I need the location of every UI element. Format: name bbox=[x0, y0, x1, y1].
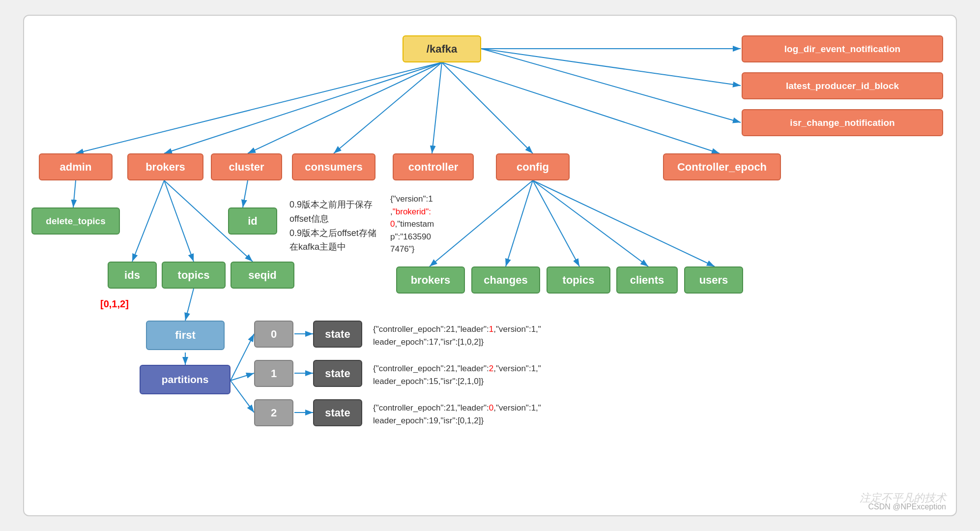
node-config-users: users bbox=[684, 266, 743, 294]
svg-line-26 bbox=[533, 180, 579, 266]
node-part1: 1 bbox=[254, 360, 293, 387]
csdn-label: CSDN @NPException bbox=[868, 502, 946, 511]
svg-line-19 bbox=[231, 373, 254, 381]
node-first: first bbox=[146, 321, 225, 350]
node-brokers: brokers bbox=[127, 153, 203, 180]
svg-line-25 bbox=[506, 180, 533, 266]
node-state2: state bbox=[313, 399, 362, 426]
json-state0: {"controller_epoch":21,"leader":1,"versi… bbox=[373, 323, 541, 348]
ids-value: [0,1,2] bbox=[100, 298, 129, 310]
node-admin: admin bbox=[39, 153, 113, 180]
svg-line-20 bbox=[231, 381, 254, 413]
node-cluster: cluster bbox=[211, 153, 282, 180]
svg-line-5 bbox=[164, 62, 442, 153]
node-state0: state bbox=[313, 321, 362, 348]
svg-line-2 bbox=[481, 49, 741, 86]
node-controller-epoch: Controller_epoch bbox=[663, 153, 781, 180]
node-consumers: consumers bbox=[292, 153, 375, 180]
node-seqid: seqid bbox=[231, 262, 294, 289]
svg-line-16 bbox=[185, 289, 194, 321]
node-part0: 0 bbox=[254, 321, 293, 348]
svg-line-13 bbox=[164, 180, 194, 262]
node-config-brokers: brokers bbox=[396, 266, 465, 294]
svg-line-4 bbox=[76, 62, 442, 153]
diagram-container: /kafka log_dir_event_notification latest… bbox=[23, 15, 957, 516]
svg-line-18 bbox=[231, 334, 254, 381]
node-topics-brokers: topics bbox=[162, 262, 226, 289]
node-config-topics: topics bbox=[547, 266, 610, 294]
node-delete-topics: delete_topics bbox=[31, 207, 120, 235]
svg-line-27 bbox=[533, 180, 648, 266]
node-latest-producer: latest_producer_id_block bbox=[742, 72, 943, 99]
node-part2: 2 bbox=[254, 399, 293, 426]
svg-line-28 bbox=[533, 180, 715, 266]
svg-line-3 bbox=[481, 49, 741, 122]
node-cluster-id: id bbox=[228, 207, 277, 235]
node-config: config bbox=[496, 153, 570, 180]
consumer-note: 0.9版本之前用于保存offset信息0.9版本之后offset存储在kafka… bbox=[289, 198, 376, 254]
node-ids: ids bbox=[108, 262, 157, 289]
controller-data: {"version":1,"brokerid":0,"timestamp":"1… bbox=[390, 193, 434, 256]
node-kafka: /kafka bbox=[403, 35, 481, 62]
svg-line-15 bbox=[243, 180, 248, 207]
svg-line-11 bbox=[73, 180, 76, 207]
node-partitions: partitions bbox=[140, 365, 231, 394]
node-log-dir: log_dir_event_notification bbox=[742, 35, 943, 62]
svg-line-9 bbox=[442, 62, 533, 153]
json-state1: {"controller_epoch":21,"leader":2,"versi… bbox=[373, 362, 541, 387]
svg-line-7 bbox=[334, 62, 442, 153]
node-config-clients: clients bbox=[616, 266, 678, 294]
svg-line-8 bbox=[432, 62, 442, 153]
svg-line-24 bbox=[430, 180, 533, 266]
node-controller: controller bbox=[393, 153, 474, 180]
node-state1: state bbox=[313, 360, 362, 387]
node-config-changes: changes bbox=[471, 266, 540, 294]
node-isr-change: isr_change_notification bbox=[742, 109, 943, 136]
svg-line-10 bbox=[442, 62, 720, 153]
json-state2: {"controller_epoch":21,"leader":0,"versi… bbox=[373, 402, 541, 427]
svg-line-6 bbox=[248, 62, 442, 153]
svg-line-12 bbox=[132, 180, 164, 262]
